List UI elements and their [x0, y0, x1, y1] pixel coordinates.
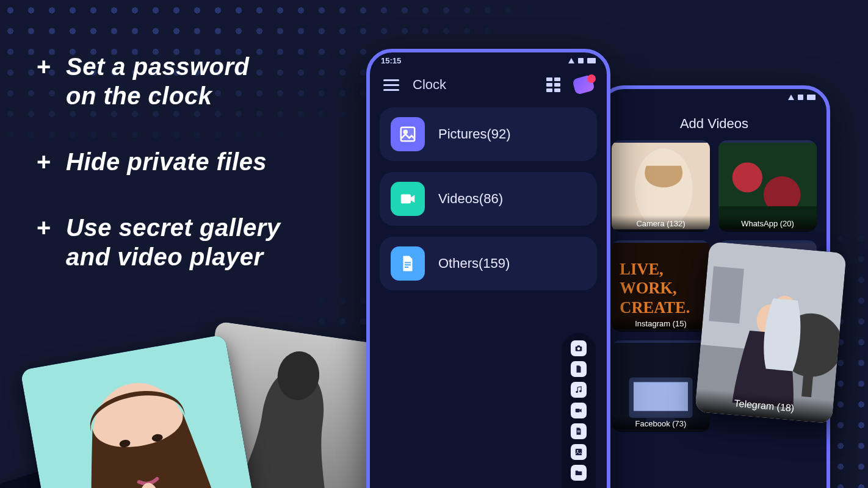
svg-point-48: [577, 450, 578, 451]
feature-text: Use secret gallery and video player: [66, 213, 280, 271]
dial-music-icon[interactable]: [571, 382, 587, 398]
svg-rect-24: [634, 382, 688, 411]
app-title: Clock: [413, 77, 446, 93]
category-list: Pictures(92) Videos(86) Others(159): [370, 99, 607, 299]
feature-item: + Hide private files: [37, 147, 280, 176]
wifi-icon: [578, 58, 584, 63]
statusbar: [602, 89, 826, 105]
category-videos[interactable]: Videos(86): [380, 172, 597, 226]
svg-rect-33: [401, 127, 415, 142]
thumb-label: Facebook (73): [612, 415, 710, 432]
wifi-icon: [798, 95, 803, 100]
svg-rect-32: [709, 266, 744, 323]
thumb-label: Instagram (15): [612, 315, 710, 332]
feature-text: Hide private files: [66, 147, 267, 176]
promo-icon[interactable]: [574, 77, 593, 93]
svg-point-43: [579, 390, 582, 393]
dial-file-icon[interactable]: [571, 361, 587, 377]
category-label: Pictures(92): [438, 126, 511, 142]
svg-rect-44: [576, 409, 580, 412]
svg-text:WORK,: WORK,: [620, 279, 676, 297]
svg-text:CREATE.: CREATE.: [620, 298, 690, 317]
video-folder[interactable]: LIVE,WORK,CREATE. Instagram (15): [612, 240, 710, 332]
category-others[interactable]: Others(159): [380, 237, 597, 290]
status-time: [613, 93, 615, 102]
view-toggle-button[interactable]: [546, 77, 560, 92]
statusbar: 15:15: [370, 52, 607, 68]
video-folder-floating[interactable]: Telegram (18): [695, 242, 847, 424]
svg-rect-38: [405, 267, 408, 268]
photo-stack: [37, 302, 378, 488]
svg-text:LIVE,: LIVE,: [620, 260, 663, 278]
battery-icon: [807, 95, 816, 100]
phone-front: 15:15 Clock Pictures(92) Videos(86): [366, 49, 610, 488]
appbar: Clock: [370, 68, 607, 99]
plus-icon: +: [37, 52, 55, 81]
feature-list: + Set a password on the clock + Hide pri…: [37, 52, 280, 271]
video-icon: [391, 182, 425, 216]
thumb-label: WhatsApp (20): [718, 215, 817, 232]
svg-point-42: [576, 391, 578, 393]
dial-image-icon[interactable]: [571, 444, 587, 460]
dial-camera-icon[interactable]: [571, 340, 587, 356]
svg-rect-37: [405, 264, 411, 265]
svg-rect-46: [577, 432, 580, 432]
page-title: Add Videos: [602, 105, 826, 140]
speed-dial: [562, 333, 596, 488]
svg-rect-45: [577, 431, 580, 431]
battery-icon: [587, 58, 596, 63]
status-time: 15:15: [381, 56, 401, 65]
thumb-label: Camera (132): [612, 215, 710, 232]
dial-video-icon[interactable]: [571, 403, 587, 418]
svg-rect-35: [401, 195, 411, 204]
plus-icon: +: [37, 147, 55, 176]
video-folder[interactable]: Facebook (73): [612, 340, 710, 432]
category-label: Others(159): [438, 256, 510, 271]
status-icons: [568, 58, 596, 63]
file-icon: [391, 246, 425, 281]
signal-icon: [788, 95, 794, 100]
signal-icon: [568, 58, 574, 63]
dial-doc-icon[interactable]: [571, 423, 587, 439]
photo-card: [20, 334, 261, 488]
dial-folder-icon[interactable]: [571, 465, 587, 481]
category-pictures[interactable]: Pictures(92): [380, 107, 597, 161]
feature-text: Set a password on the clock: [66, 52, 249, 110]
feature-item: + Set a password on the clock: [37, 52, 280, 110]
image-icon: [391, 117, 425, 151]
svg-rect-41: [577, 345, 580, 346]
category-label: Videos(86): [438, 191, 503, 207]
svg-point-14: [732, 162, 762, 192]
svg-point-34: [404, 131, 407, 134]
svg-rect-36: [405, 262, 411, 264]
video-folder[interactable]: Camera (132): [612, 140, 710, 232]
status-icons: [788, 95, 816, 100]
video-folder[interactable]: WhatsApp (20): [718, 140, 817, 232]
menu-icon[interactable]: [383, 79, 399, 91]
svg-rect-47: [576, 449, 582, 456]
plus-icon: +: [37, 213, 55, 242]
svg-point-40: [577, 347, 580, 350]
feature-item: + Use secret gallery and video player: [37, 213, 280, 271]
